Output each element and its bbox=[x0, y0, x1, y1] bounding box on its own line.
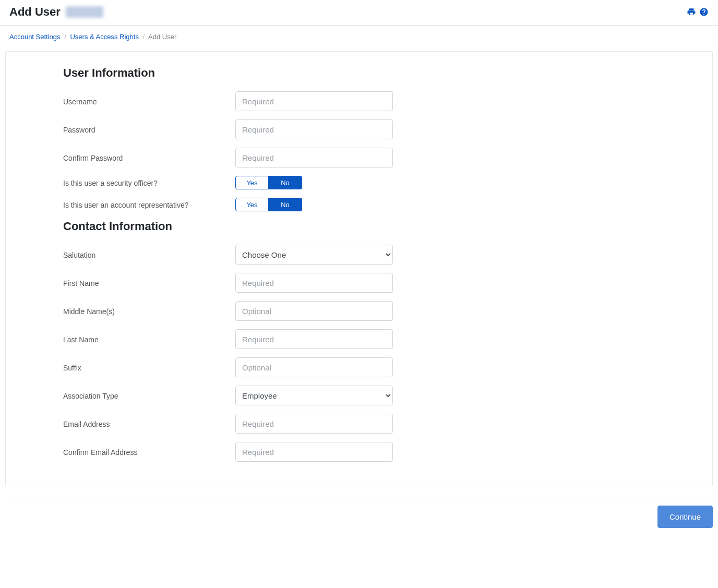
continue-button[interactable]: Continue bbox=[657, 506, 713, 528]
label-middle-name: Middle Name(s) bbox=[63, 306, 235, 316]
label-email: Email Address bbox=[63, 419, 235, 428]
select-association-type[interactable]: Employee bbox=[235, 386, 393, 405]
row-middle-name: Middle Name(s) bbox=[63, 301, 655, 321]
input-password[interactable] bbox=[235, 119, 393, 139]
label-account-rep: Is this user an account representative? bbox=[63, 200, 235, 209]
label-security-officer: Is this user a security officer? bbox=[63, 178, 235, 187]
label-suffix: Suffix bbox=[63, 363, 235, 372]
user-information-heading: User Information bbox=[63, 66, 655, 80]
label-password: Password bbox=[63, 125, 235, 134]
label-username: Username bbox=[63, 97, 235, 106]
redacted-badge bbox=[66, 6, 103, 18]
label-salutation: Salutation bbox=[63, 250, 235, 259]
row-salutation: Salutation Choose One bbox=[63, 245, 655, 265]
row-association-type: Association Type Employee bbox=[63, 386, 655, 405]
row-first-name: First Name bbox=[63, 273, 655, 293]
toggle-security-officer-no[interactable]: No bbox=[269, 176, 302, 189]
input-suffix[interactable] bbox=[235, 357, 393, 377]
row-confirm-email: Confirm Email Address bbox=[63, 442, 655, 462]
breadcrumb-users-access[interactable]: Users & Access Rights bbox=[70, 33, 139, 41]
toggle-security-officer-yes[interactable]: Yes bbox=[235, 176, 269, 189]
row-password: Password bbox=[63, 119, 655, 139]
print-icon[interactable] bbox=[687, 7, 696, 17]
input-first-name[interactable] bbox=[235, 273, 393, 293]
label-last-name: Last Name bbox=[63, 334, 235, 344]
label-association-type: Association Type bbox=[63, 391, 235, 400]
label-confirm-email: Confirm Email Address bbox=[63, 447, 235, 457]
breadcrumb-account-settings[interactable]: Account Settings bbox=[9, 33, 61, 41]
toggle-account-rep-no[interactable]: No bbox=[269, 198, 302, 211]
label-first-name: First Name bbox=[63, 278, 235, 287]
input-middle-name[interactable] bbox=[235, 301, 393, 321]
toggle-account-rep: Yes No bbox=[235, 198, 302, 211]
row-last-name: Last Name bbox=[63, 329, 655, 349]
row-suffix: Suffix bbox=[63, 357, 655, 377]
select-salutation[interactable]: Choose One bbox=[235, 245, 393, 265]
form-panel: User Information Username Password Confi… bbox=[5, 51, 713, 486]
row-account-rep: Is this user an account representative? … bbox=[63, 198, 655, 211]
page-title: Add User bbox=[9, 5, 61, 19]
row-security-officer: Is this user a security officer? Yes No bbox=[63, 176, 655, 189]
toggle-security-officer: Yes No bbox=[235, 176, 302, 189]
contact-information-heading: Contact Information bbox=[63, 220, 655, 233]
page-header: Add User bbox=[0, 0, 718, 25]
breadcrumb-separator: / bbox=[64, 33, 66, 41]
input-email[interactable] bbox=[235, 414, 393, 434]
input-confirm-email[interactable] bbox=[235, 442, 393, 462]
breadcrumb: Account Settings / Users & Access Rights… bbox=[0, 26, 718, 48]
breadcrumb-separator: / bbox=[143, 33, 145, 41]
breadcrumb-current: Add User bbox=[148, 33, 176, 41]
input-confirm-password[interactable] bbox=[235, 148, 393, 167]
row-email: Email Address bbox=[63, 414, 655, 434]
help-icon[interactable] bbox=[699, 7, 709, 17]
footer-actions: Continue bbox=[0, 499, 718, 538]
input-last-name[interactable] bbox=[235, 329, 393, 349]
toggle-account-rep-yes[interactable]: Yes bbox=[235, 198, 269, 211]
label-confirm-password: Confirm Password bbox=[63, 153, 235, 162]
row-username: Username bbox=[63, 91, 655, 111]
input-username[interactable] bbox=[235, 91, 393, 111]
row-confirm-password: Confirm Password bbox=[63, 148, 655, 167]
